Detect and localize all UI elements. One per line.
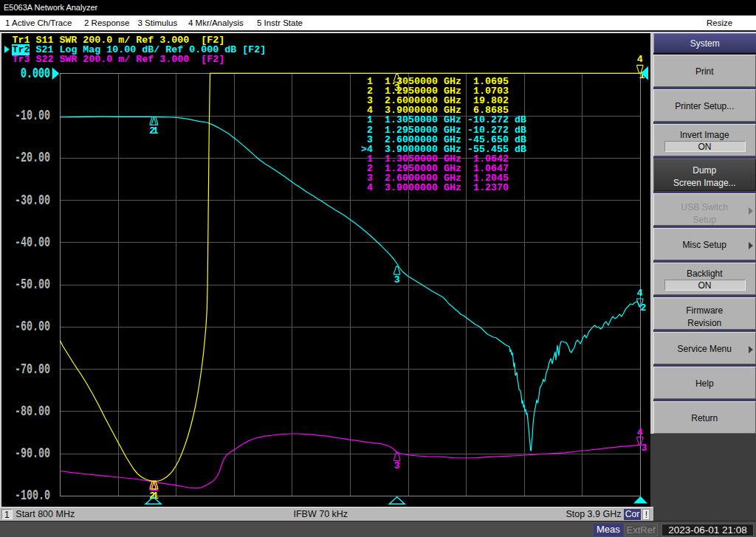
svg-text:3: 3 [394, 460, 400, 471]
svg-text:4: 4 [637, 54, 643, 65]
svg-text:2: 2 [641, 302, 647, 313]
svg-text:4: 4 [637, 288, 643, 299]
svg-text:3: 3 [642, 443, 647, 454]
svg-text:4: 4 [637, 427, 643, 438]
svg-text:3: 3 [394, 274, 400, 285]
svg-text:1: 1 [153, 125, 159, 136]
